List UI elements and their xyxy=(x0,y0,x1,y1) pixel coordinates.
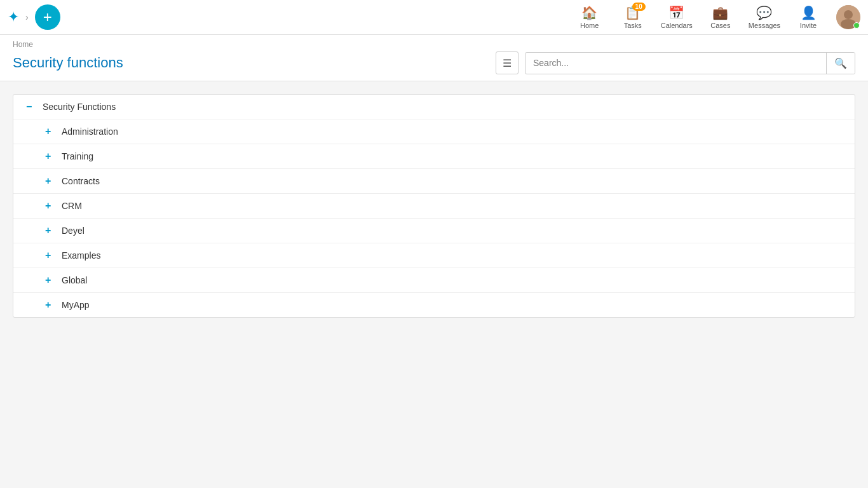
main-content: − Security Functions + Administration + … xyxy=(0,81,868,330)
page-title: Security functions xyxy=(13,55,123,71)
page-title-row: Security functions ☰ 🔍 xyxy=(13,51,855,81)
header: ✦ › + 🏠 Home 📋 10 Tasks 📅 Calendars 💼 Ca… xyxy=(0,0,868,35)
training-label: Training xyxy=(62,151,93,161)
search-icon: 🔍 xyxy=(834,58,847,69)
tree-child-administration[interactable]: + Administration xyxy=(13,119,855,144)
calendars-label: Calendars xyxy=(661,22,693,29)
nav-tasks[interactable]: 📋 10 Tasks xyxy=(618,5,648,29)
tree-child-myapp[interactable]: + MyApp xyxy=(13,293,855,317)
contracts-label: Contracts xyxy=(62,176,100,186)
deyel-label: Deyel xyxy=(62,226,85,236)
title-actions: ☰ 🔍 xyxy=(496,51,855,74)
search-button[interactable]: 🔍 xyxy=(826,53,855,74)
myapp-toggle[interactable]: + xyxy=(45,299,55,311)
training-toggle[interactable]: + xyxy=(45,151,55,162)
invite-label: Invite xyxy=(800,22,817,29)
messages-icon: 💬 xyxy=(756,5,772,20)
tree-child-deyel[interactable]: + Deyel xyxy=(13,219,855,243)
global-toggle[interactable]: + xyxy=(45,274,55,286)
nav-home[interactable]: 🏠 Home xyxy=(574,5,605,29)
contracts-toggle[interactable]: + xyxy=(45,175,55,187)
search-bar: 🔍 xyxy=(525,52,855,74)
tree-container: − Security Functions + Administration + … xyxy=(13,94,855,318)
svg-point-1 xyxy=(844,10,853,19)
invite-icon: 👤 xyxy=(801,5,817,20)
examples-label: Examples xyxy=(62,250,100,261)
cases-icon: 💼 xyxy=(712,5,728,20)
calendars-icon: 📅 xyxy=(668,5,684,20)
tree-child-global[interactable]: + Global xyxy=(13,268,855,293)
myapp-label: MyApp xyxy=(62,300,90,310)
network-icon[interactable]: ✦ xyxy=(8,9,19,25)
tree-root-row[interactable]: − Security Functions xyxy=(13,95,855,119)
tree-child-contracts[interactable]: + Contracts xyxy=(13,169,855,194)
global-label: Global xyxy=(62,275,87,285)
nav-invite[interactable]: 👤 Invite xyxy=(793,5,824,29)
user-avatar-wrapper[interactable] xyxy=(836,5,860,29)
deyel-toggle[interactable]: + xyxy=(45,225,55,236)
breadcrumb[interactable]: Home xyxy=(13,40,855,49)
nav-cases[interactable]: 💼 Cases xyxy=(705,5,736,29)
crm-label: CRM xyxy=(62,201,82,211)
root-label: Security Functions xyxy=(43,102,116,112)
examples-toggle[interactable]: + xyxy=(45,250,55,261)
menu-icon-button[interactable]: ☰ xyxy=(496,51,519,74)
search-input[interactable] xyxy=(526,53,826,72)
messages-label: Messages xyxy=(749,22,780,29)
tasks-label: Tasks xyxy=(624,22,642,29)
tree-child-examples[interactable]: + Examples xyxy=(13,243,855,268)
crm-toggle[interactable]: + xyxy=(45,200,55,212)
online-indicator xyxy=(853,22,860,29)
cases-label: Cases xyxy=(710,22,730,29)
nav-messages[interactable]: 💬 Messages xyxy=(749,5,780,29)
home-label: Home xyxy=(580,22,599,29)
administration-label: Administration xyxy=(62,126,118,137)
tree-child-crm[interactable]: + CRM xyxy=(13,194,855,219)
add-button[interactable]: + xyxy=(35,4,60,30)
tasks-badge: 10 xyxy=(632,3,646,11)
home-icon: 🏠 xyxy=(581,5,597,20)
page-header: Home Security functions ☰ 🔍 xyxy=(0,35,868,81)
header-right: 🏠 Home 📋 10 Tasks 📅 Calendars 💼 Cases 💬 … xyxy=(574,5,860,29)
root-toggle[interactable]: − xyxy=(26,101,36,112)
chevron-right-icon[interactable]: › xyxy=(25,12,29,22)
nav-calendars[interactable]: 📅 Calendars xyxy=(661,5,693,29)
administration-toggle[interactable]: + xyxy=(45,126,55,137)
tree-child-training[interactable]: + Training xyxy=(13,144,855,169)
header-left: ✦ › + xyxy=(8,4,60,30)
hamburger-icon: ☰ xyxy=(503,57,512,69)
